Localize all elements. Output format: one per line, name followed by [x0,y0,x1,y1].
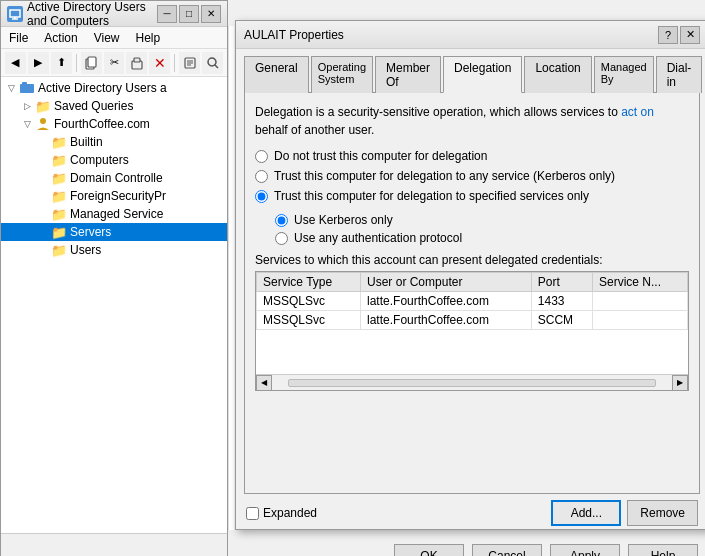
delegation-tab-content: Delegation is a security-sensitive opera… [244,92,700,494]
svg-line-12 [215,65,218,68]
radio-trust-any[interactable]: Trust this computer for delegation to an… [255,169,689,183]
computers-icon: 📁 [51,152,67,168]
cancel-button[interactable]: Cancel [472,544,542,556]
up-button[interactable]: ⬆ [51,52,72,74]
root-icon [19,80,35,96]
col-service-name[interactable]: Service N... [592,273,687,292]
cut-button[interactable]: ✂ [104,52,125,74]
any-auth-radio[interactable] [275,232,288,245]
tree-fourthcoffee[interactable]: ▽ FourthCoffee.com [1,115,227,133]
dc-icon: 📁 [51,170,67,186]
any-auth-label: Use any authentication protocol [294,231,462,245]
svg-rect-13 [20,84,34,93]
tree-fs-label: ForeignSecurityPr [70,189,166,203]
svg-rect-6 [134,58,140,62]
minimize-button[interactable]: ─ [157,5,177,23]
horizontal-scrollbar[interactable]: ◀ ▶ [256,374,688,390]
saved-queries-icon: 📁 [35,98,51,114]
kerberos-only-radio[interactable] [275,214,288,227]
dialog-help-button[interactable]: ? [658,26,678,44]
svg-rect-0 [10,10,20,17]
back-button[interactable]: ◀ [5,52,26,74]
maximize-button[interactable]: □ [179,5,199,23]
row1-service-type: MSSQLSvc [257,292,361,311]
paste-button[interactable] [126,52,147,74]
expanded-checkbox[interactable] [246,507,259,520]
ok-button[interactable]: OK [394,544,464,556]
tree-root[interactable]: ▽ Active Directory Users a [1,79,227,97]
trust-specified-radio[interactable] [255,190,268,203]
table-row[interactable]: MSSQLSvc latte.FourthCoffee.com 1433 [257,292,688,311]
scroll-track[interactable] [288,379,656,387]
tab-dial-in[interactable]: Dial-in [656,56,703,93]
row2-port: SCCM [531,311,592,330]
radio-any-auth[interactable]: Use any authentication protocol [275,231,689,245]
servers-icon: 📁 [51,224,67,240]
dialog-close-button[interactable]: ✕ [680,26,700,44]
tab-managed-by[interactable]: Managed By [594,56,654,93]
help-button[interactable]: Help [628,544,698,556]
col-service-type[interactable]: Service Type [257,273,361,292]
apply-button[interactable]: Apply [550,544,620,556]
tree-builtin[interactable]: 📁 Builtin [1,133,227,151]
tab-delegation[interactable]: Delegation [443,56,522,93]
menu-bar: File Action View Help [1,27,227,49]
menu-file[interactable]: File [5,29,32,47]
expanded-row: Expanded Add... Remove [236,494,705,532]
tree-users[interactable]: 📁 Users [1,241,227,259]
tree-managed-service[interactable]: 📁 Managed Service [1,205,227,223]
tree-servers[interactable]: 📁 Servers [1,223,227,241]
fourthcoffee-icon [35,116,51,132]
copy-button[interactable] [81,52,102,74]
row2-user-computer: latte.FourthCoffee.com [361,311,532,330]
tree-foreign-security[interactable]: 📁 ForeignSecurityPr [1,187,227,205]
tab-bar: General Operating System Member Of Deleg… [236,49,705,92]
properties-button[interactable] [179,52,200,74]
no-trust-label: Do not trust this computer for delegatio… [274,149,487,163]
tree-saved-queries[interactable]: ▷ 📁 Saved Queries [1,97,227,115]
tab-general[interactable]: General [244,56,309,93]
no-trust-radio[interactable] [255,150,268,163]
scroll-right-arrow[interactable]: ▶ [672,375,688,391]
saved-queries-expand: ▷ [19,101,35,111]
trust-any-radio[interactable] [255,170,268,183]
col-user-computer[interactable]: User or Computer [361,273,532,292]
table-row[interactable]: MSSQLSvc latte.FourthCoffee.com SCCM [257,311,688,330]
services-table-container[interactable]: Service Type User or Computer Port Servi… [255,271,689,391]
delete-button[interactable]: ✕ [149,52,170,74]
title-controls: ─ □ ✕ [157,5,221,23]
right-pane-bg [228,26,234,530]
radio-kerberos-only[interactable]: Use Kerberos only [275,213,689,227]
tree-computers[interactable]: 📁 Computers [1,151,227,169]
menu-action[interactable]: Action [40,29,81,47]
tab-operating-system[interactable]: Operating System [311,56,373,93]
delegation-link[interactable]: act on [621,105,654,119]
kerberos-only-label: Use Kerberos only [294,213,393,227]
radio-trust-specified[interactable]: Trust this computer for delegation to sp… [255,189,689,203]
tab-location[interactable]: Location [524,56,591,93]
search-button[interactable] [202,52,223,74]
properties-dialog: AULAIT Properties ? ✕ General Operating … [235,20,705,530]
expanded-label: Expanded [263,506,317,520]
trust-any-label: Trust this computer for delegation to an… [274,169,615,183]
row1-user-computer: latte.FourthCoffee.com [361,292,532,311]
row1-port: 1433 [531,292,592,311]
delegation-radio-group: Do not trust this computer for delegatio… [255,149,689,203]
tab-member-of[interactable]: Member Of [375,56,441,93]
col-port[interactable]: Port [531,273,592,292]
add-button[interactable]: Add... [551,500,621,526]
tree-panel: ▽ Active Directory Users a ▷ 📁 Saved Que… [1,77,227,533]
forward-button[interactable]: ▶ [28,52,49,74]
svg-point-11 [208,58,216,66]
dialog-title: AULAIT Properties [244,28,658,42]
main-window-title: Active Directory Users and Computers [27,0,153,28]
toolbar: ◀ ▶ ⬆ ✂ ✕ [1,49,227,77]
remove-button[interactable]: Remove [627,500,698,526]
tree-computers-label: Computers [70,153,129,167]
close-button[interactable]: ✕ [201,5,221,23]
scroll-left-arrow[interactable]: ◀ [256,375,272,391]
menu-view[interactable]: View [90,29,124,47]
tree-domain-controllers[interactable]: 📁 Domain Controlle [1,169,227,187]
menu-help[interactable]: Help [132,29,165,47]
radio-no-trust[interactable]: Do not trust this computer for delegatio… [255,149,689,163]
